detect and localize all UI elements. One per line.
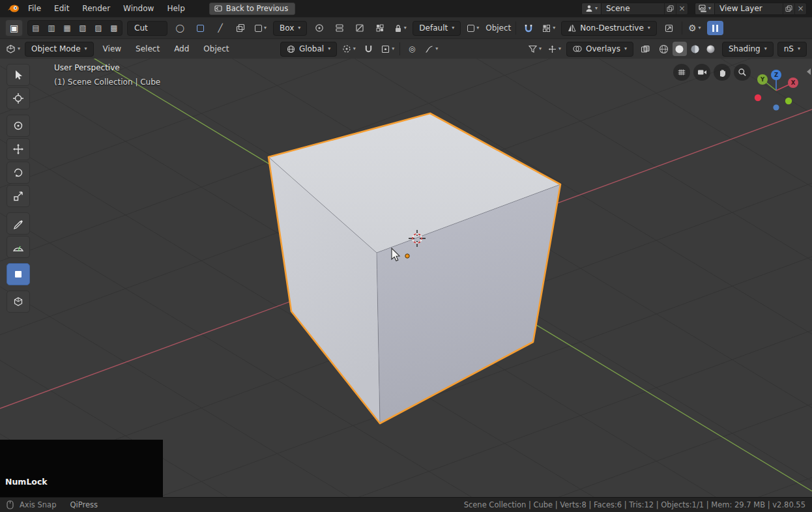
shading-mode-group: [657, 42, 718, 56]
mode-dropdown[interactable]: Object Mode ▾: [25, 42, 94, 57]
menu-edit[interactable]: Edit: [48, 3, 75, 14]
circle-option-button[interactable]: ◯: [172, 20, 188, 36]
menu-render[interactable]: Render: [76, 3, 116, 14]
axis-neg-y-ball[interactable]: [785, 98, 792, 104]
tool-options-dropdown-button[interactable]: ⚙ ▾: [687, 20, 703, 36]
select-mode-new-button[interactable]: ▤: [28, 21, 44, 35]
menu-window[interactable]: Window: [117, 3, 160, 14]
shading-wireframe-button[interactable]: [657, 42, 671, 56]
snap-target-dropdown-button[interactable]: ▾: [380, 41, 396, 57]
menu-file[interactable]: File: [22, 3, 47, 14]
cut-field[interactable]: Cut: [127, 21, 167, 36]
menu-add[interactable]: Add: [169, 43, 194, 55]
lock-dropdown-button[interactable]: ▾: [392, 20, 408, 36]
select-mode-group: ▤ ▥ ▦ ▧ ▨ ▩: [27, 20, 123, 36]
select-mode-difference-button[interactable]: ▩: [106, 21, 122, 35]
zoom-view-button[interactable]: [734, 64, 751, 81]
shape-dropdown-button[interactable]: ▾: [253, 20, 268, 36]
menu-view[interactable]: View: [98, 43, 126, 55]
tool-annotate[interactable]: [7, 212, 30, 235]
chevron-down-icon: ▾: [595, 6, 598, 11]
menu-object[interactable]: Object: [198, 43, 234, 55]
mirror-mode-dropdown[interactable]: Non-Destructive ▾: [561, 21, 657, 36]
active-shape-button[interactable]: [192, 20, 208, 36]
select-mode-subtract-button[interactable]: ▦: [59, 21, 75, 35]
scene-name-input[interactable]: [602, 4, 664, 13]
overlays-dropdown[interactable]: Overlays ▾: [566, 42, 633, 57]
scene-browse-button[interactable]: ▾: [582, 3, 602, 14]
magnet-icon: [524, 24, 533, 33]
grid-squares-button[interactable]: [372, 20, 388, 36]
chevron-down-icon: ▾: [764, 46, 767, 51]
slash-option-button[interactable]: ╱: [212, 20, 228, 36]
tool-settings-bar: ▣ ▤ ▥ ▦ ▧ ▨ ▩ Cut ◯ ╱ ▾ Box ▾: [0, 17, 812, 38]
sidebar-toggle-arrow[interactable]: [807, 68, 811, 75]
view-layer-name-input[interactable]: [715, 4, 783, 13]
new-view-layer-button[interactable]: [783, 3, 794, 14]
tool-scale[interactable]: [7, 185, 30, 207]
proportional-editing-toggle[interactable]: ◎: [404, 41, 420, 57]
snap-toggle-button[interactable]: [521, 20, 536, 36]
active-tool-icon: ▣: [10, 23, 18, 33]
xray-toggle-button[interactable]: [637, 41, 653, 57]
proportional-falloff-dropdown-button[interactable]: ▾: [424, 41, 439, 57]
stack-toggle-button[interactable]: [332, 20, 347, 36]
gizmo-type-dropdown-button[interactable]: ▾: [465, 20, 481, 36]
shading-dropdown[interactable]: Shading ▾: [722, 42, 774, 57]
visibility-filter-dropdown-button[interactable]: ▾: [527, 41, 543, 57]
tool-cursor[interactable]: [7, 87, 30, 109]
tool-rotate[interactable]: [7, 162, 30, 184]
navigation-axis-gizmo[interactable]: Z Y X: [749, 68, 805, 113]
pan-view-button[interactable]: [714, 64, 731, 81]
duplicate-option-button[interactable]: [233, 20, 248, 36]
pause-button[interactable]: [707, 21, 723, 35]
select-mode-intersect-button[interactable]: ▨: [91, 21, 106, 35]
shading-solid-button[interactable]: [673, 42, 687, 56]
tool-add-cube[interactable]: [7, 291, 30, 313]
tool-transform[interactable]: [7, 115, 30, 137]
snap-settings-dropdown-button[interactable]: ▾: [541, 20, 557, 36]
square-icon: [255, 25, 262, 32]
close-icon: ×: [797, 4, 804, 13]
cut-field-label: Cut: [134, 23, 148, 33]
object-origin-dot: [405, 254, 409, 258]
active-tool-button[interactable]: ▣: [5, 20, 23, 36]
perspective-toggle-button[interactable]: [673, 64, 690, 81]
shading-rendered-button[interactable]: [704, 42, 718, 56]
corner-pin-button[interactable]: [661, 20, 677, 36]
axis-neg-x-ball[interactable]: [755, 94, 761, 101]
pivot-point-dropdown-button[interactable]: ▾: [341, 41, 356, 57]
transform-orientation-dropdown[interactable]: Global ▾: [280, 42, 337, 57]
tool-move[interactable]: [7, 138, 30, 160]
menu-help[interactable]: Help: [161, 3, 190, 14]
snap-toggle-button[interactable]: [360, 41, 376, 57]
back-to-previous-button[interactable]: Back to Previous: [209, 3, 295, 15]
ns-dropdown[interactable]: nS ▾: [777, 42, 807, 57]
tool-select-box[interactable]: [7, 64, 30, 86]
axis-neg-z-ball[interactable]: [773, 104, 779, 110]
diagonal-square-button[interactable]: [352, 20, 368, 36]
new-scene-button[interactable]: [664, 3, 676, 14]
camera-view-button[interactable]: [693, 64, 710, 81]
tool-interactive-add[interactable]: [7, 263, 30, 285]
axis-z-label: Z: [774, 72, 778, 78]
proportional-toggle-button[interactable]: [312, 20, 327, 36]
tool-measure[interactable]: [7, 236, 30, 258]
remove-view-layer-button[interactable]: ×: [794, 3, 806, 14]
delete-scene-button[interactable]: ×: [676, 3, 688, 14]
shading-material-button[interactable]: [688, 42, 703, 56]
chevron-down-icon: ▾: [648, 25, 650, 31]
preset-dropdown[interactable]: Default ▾: [413, 21, 461, 36]
select-shape-dropdown[interactable]: Box ▾: [273, 21, 307, 36]
magnifier-icon: [738, 68, 747, 77]
select-mode-invert-button[interactable]: ▧: [75, 21, 91, 35]
view-layer-browse-button[interactable]: ▾: [695, 3, 715, 14]
viewport-editor-icon: [6, 44, 16, 53]
editor-type-dropdown-button[interactable]: ▾: [5, 41, 21, 57]
select-mode-extend-button[interactable]: ▥: [44, 21, 59, 35]
blender-logo-icon[interactable]: [5, 3, 21, 14]
gizmos-dropdown-button[interactable]: ▾: [547, 41, 562, 57]
3d-viewport[interactable]: User Perspective (1) Scene Collection | …: [0, 59, 812, 497]
duplicate-icon: [236, 23, 245, 33]
menu-select[interactable]: Select: [130, 43, 165, 55]
